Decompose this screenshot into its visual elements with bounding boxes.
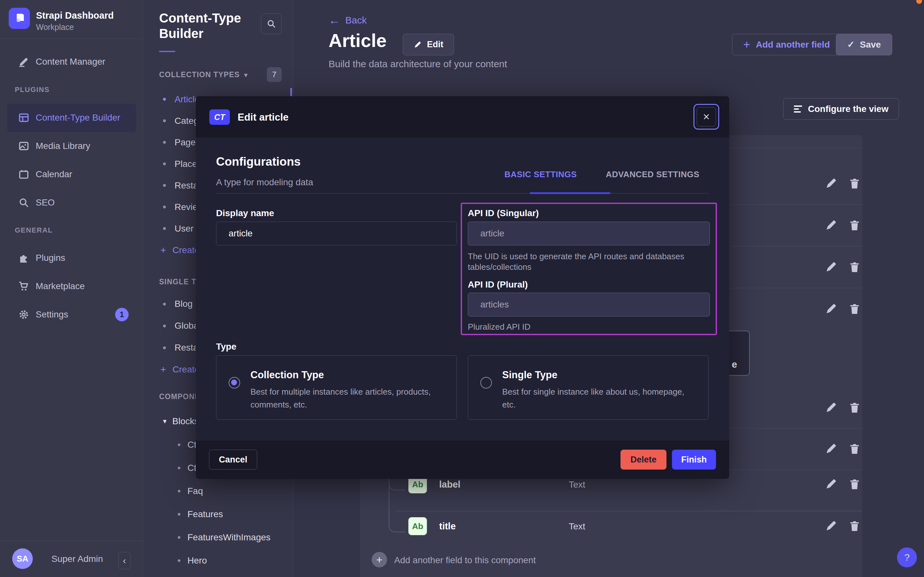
cancel-button[interactable]: Cancel: [209, 450, 257, 470]
strapi-logo-icon: [9, 8, 30, 29]
close-button[interactable]: [697, 107, 716, 126]
display-name-label: Display name: [216, 208, 274, 218]
api-id-singular-input[interactable]: [468, 222, 710, 245]
row-divider: [395, 511, 862, 511]
save-button[interactable]: ✓ Save: [836, 34, 892, 55]
workspace-title: Strapi Dashboard: [36, 10, 114, 21]
add-field-component-label[interactable]: Add another field to this component: [394, 555, 536, 566]
sidebar-item[interactable]: Content-Type Builder: [7, 103, 136, 132]
type-option-title: Single Type: [502, 369, 558, 381]
edit-button[interactable]: Edit: [403, 34, 454, 55]
radio-icon[interactable]: [480, 377, 492, 388]
sidebar-item-label: Content Manager: [36, 56, 105, 67]
type-option-card[interactable]: Single Type Best for single instance lik…: [468, 355, 709, 420]
api-id-plural-input[interactable]: [468, 293, 710, 316]
back-link[interactable]: ← Back: [329, 13, 367, 27]
collection-type-label: Page: [175, 137, 196, 148]
sidebar-item[interactable]: Marketplace: [7, 272, 136, 300]
plus-icon: +: [743, 38, 750, 52]
sidebar-item[interactable]: Media Library: [7, 132, 136, 160]
active-tab-underline: [530, 192, 610, 194]
component-label: Features: [188, 509, 223, 519]
bullet-icon: [163, 184, 166, 187]
collection-types-count: 7: [267, 67, 282, 82]
type-option-card[interactable]: Collection Type Best for multiple instan…: [216, 355, 457, 420]
help-button[interactable]: ?: [897, 547, 917, 567]
row-actions: [824, 442, 861, 455]
text-field-type-badge: Ab: [408, 517, 427, 535]
delete-button[interactable]: Delete: [620, 450, 667, 470]
sidebar-top-nav: Content Manager: [0, 48, 143, 76]
close-icon: [702, 113, 710, 121]
add-field-circle-button[interactable]: +: [372, 552, 387, 567]
row-divider: [729, 288, 862, 288]
delete-field-icon[interactable]: [848, 261, 861, 273]
sidebar-item[interactable]: Content Manager: [7, 48, 136, 76]
avatar[interactable]: SA: [12, 548, 33, 569]
title-underline: [159, 51, 175, 52]
search-icon: [18, 197, 29, 208]
single-type-label: Blog: [175, 299, 193, 309]
edit-field-icon[interactable]: [824, 302, 837, 315]
component-label: Faq: [188, 486, 203, 496]
settings-tab[interactable]: ADVANCED SETTINGS: [606, 169, 699, 179]
radio-icon[interactable]: [228, 377, 240, 388]
field-row[interactable]: Ab title Text: [360, 511, 862, 553]
edit-field-icon[interactable]: [824, 442, 837, 455]
row-divider: [729, 148, 862, 148]
bullet-icon: [163, 141, 166, 144]
edit-field-icon[interactable]: [824, 401, 837, 414]
delete-field-icon[interactable]: [848, 519, 861, 532]
collapse-sidebar-button[interactable]: ‹: [118, 552, 130, 569]
pencil-icon: [413, 40, 422, 49]
type-option-description: Best for multiple instances like article…: [251, 385, 444, 411]
display-name-input[interactable]: [216, 222, 457, 245]
bullet-icon: [178, 443, 180, 446]
sidebar-item[interactable]: Plugins: [7, 244, 136, 272]
delete-field-icon[interactable]: [848, 401, 861, 414]
edit-field-icon[interactable]: [824, 478, 837, 490]
delete-field-icon[interactable]: [848, 442, 861, 455]
caret-down-icon: ▾: [244, 71, 248, 79]
delete-field-icon[interactable]: [848, 302, 861, 315]
collection-type-label: Place: [175, 159, 197, 169]
component-item[interactable]: Hero: [143, 549, 293, 572]
configure-view-button[interactable]: Configure the view: [783, 98, 899, 120]
delete-field-icon[interactable]: [848, 219, 861, 232]
sidebar-item[interactable]: Settings 1: [7, 300, 136, 329]
grid-icon: [18, 112, 29, 123]
edit-field-icon[interactable]: [824, 177, 837, 190]
check-icon: ✓: [847, 39, 855, 50]
row-divider: [729, 428, 862, 429]
field-type: Text: [569, 480, 585, 490]
edit-field-icon[interactable]: [824, 519, 837, 532]
type-option-title: Collection Type: [251, 369, 324, 381]
content-type-badge: CT: [209, 110, 230, 125]
close-button-focus-ring: [694, 104, 719, 130]
calendar-icon: [18, 169, 29, 180]
modal-footer: Cancel Delete Finish: [196, 440, 729, 479]
delete-field-icon[interactable]: [848, 177, 861, 190]
finish-button[interactable]: Finish: [672, 450, 716, 470]
collection-types-header[interactable]: COLLECTION TYPES ▾: [159, 71, 248, 79]
edit-field-icon[interactable]: [824, 261, 837, 273]
component-item[interactable]: Faq: [143, 480, 293, 503]
edit-field-icon[interactable]: [824, 219, 837, 232]
bullet-icon: [178, 513, 180, 516]
add-another-field-button[interactable]: + Add another field: [732, 34, 841, 55]
component-item[interactable]: Features: [143, 503, 293, 526]
bullet-icon: [163, 98, 166, 101]
sidebar-item-label: Marketplace: [36, 281, 85, 292]
component-group-blocks[interactable]: ▾ Blocks: [163, 416, 199, 427]
delete-field-icon[interactable]: [848, 478, 861, 490]
sidebar-general-nav: Plugins Marketplace Settings 1: [0, 244, 143, 329]
gear-icon: [18, 309, 29, 320]
search-button[interactable]: [261, 13, 282, 34]
sidebar-item-label: SEO: [36, 197, 55, 208]
component-item[interactable]: FeaturesWithImages: [143, 526, 293, 549]
sidebar-item[interactable]: Calendar: [7, 160, 136, 189]
settings-tab[interactable]: BASIC SETTINGS: [505, 169, 577, 179]
field-name: label: [439, 479, 460, 490]
sidebar-item-label: Calendar: [36, 169, 72, 179]
sidebar-item[interactable]: SEO: [7, 189, 136, 217]
